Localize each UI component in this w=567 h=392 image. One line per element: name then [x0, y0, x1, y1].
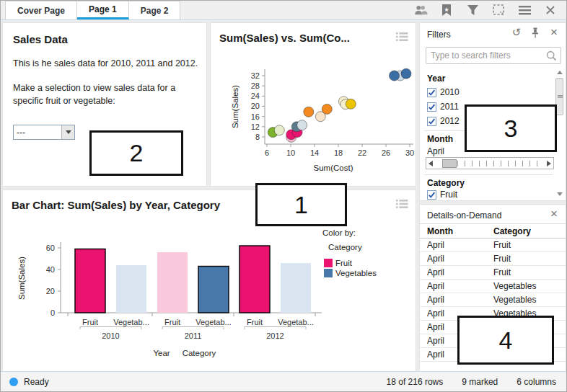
menu-icon[interactable] — [517, 4, 532, 17]
scatter-point[interactable] — [346, 99, 356, 109]
reset-filters-icon[interactable]: ↺ — [511, 26, 522, 39]
table-cell: April — [420, 254, 486, 264]
page-tabs: Cover Page Page 1 Page 2 — [1, 1, 180, 19]
scrollbar-grip — [558, 95, 563, 98]
filter-checkbox-2010[interactable]: 2010 — [427, 87, 460, 97]
checkbox-icon — [427, 117, 436, 126]
legend-field-label[interactable]: Category — [328, 243, 377, 251]
column-header-category[interactable]: Category — [486, 226, 553, 236]
scroll-down-icon[interactable] — [557, 192, 563, 196]
month-item-slider[interactable] — [426, 157, 554, 169]
filter-icon[interactable] — [465, 4, 480, 17]
page-tab-bar: Cover Page Page 1 Page 2 ★ — [1, 1, 566, 20]
bar[interactable] — [239, 246, 270, 313]
table-row[interactable]: AprilFruit — [420, 252, 566, 266]
svg-text:2012: 2012 — [266, 331, 284, 340]
table-row[interactable]: AprilVegetables — [420, 293, 566, 307]
close-icon[interactable] — [543, 4, 558, 17]
svg-text:Vegetab...: Vegetab... — [113, 318, 149, 326]
fruit-swatch — [324, 259, 333, 267]
column-header-month[interactable]: Month — [420, 226, 486, 236]
table-cell: April — [420, 240, 486, 250]
bar[interactable] — [198, 267, 229, 313]
checkbox-label: 2010 — [440, 87, 460, 97]
tab-page-1[interactable]: Page 1 — [77, 1, 129, 19]
filter-checkbox-2011[interactable]: 2011 — [427, 102, 459, 112]
slider-thumb[interactable] — [442, 159, 457, 168]
pin-icon[interactable] — [529, 26, 541, 39]
legend-item-vegetables[interactable]: Vegetables — [324, 269, 377, 277]
svg-text:Sum(Cost): Sum(Cost) — [314, 164, 353, 172]
tab-page-2[interactable]: Page 2 — [129, 1, 181, 19]
status-text: Ready — [24, 377, 49, 387]
checkbox-label: 2011 — [440, 102, 459, 112]
filter-search-box — [426, 47, 561, 64]
svg-text:Vegetab...: Vegetab... — [195, 318, 232, 326]
bar-chart[interactable]: 0204060FruitVegetab...FruitVegetab...Fru… — [3, 190, 416, 371]
svg-text:Fruit: Fruit — [82, 318, 98, 326]
close-filters-icon[interactable]: × — [548, 26, 560, 39]
slider-right-arrow-icon[interactable] — [547, 161, 551, 166]
svg-text:Sum(Sales): Sum(Sales) — [17, 257, 26, 300]
fruit-vegetable-dropdown[interactable]: --- — [13, 125, 75, 140]
dod-header: Details-on-Demand × — [420, 205, 566, 224]
users-icon[interactable] — [413, 4, 428, 17]
svg-text:Category: Category — [183, 349, 216, 357]
bar[interactable] — [116, 265, 146, 313]
svg-text:16: 16 — [251, 112, 260, 121]
table-cell: April — [420, 295, 486, 305]
svg-text:Sum(Sales): Sum(Sales) — [231, 85, 239, 128]
table-row[interactable]: AprilFruit — [420, 239, 566, 252]
scatter-point[interactable] — [304, 107, 314, 117]
svg-text:14: 14 — [310, 148, 319, 157]
close-dod-icon[interactable]: × — [548, 208, 560, 220]
filter-search-input[interactable] — [431, 48, 542, 63]
table-cell: April — [420, 281, 486, 291]
scroll-up-icon[interactable] — [557, 71, 563, 74]
filter-group-month-label: Month — [427, 134, 453, 144]
filters-title: Filters — [427, 30, 451, 40]
legend-color-by-label: Color by: — [322, 228, 377, 237]
dropdown-button[interactable] — [61, 125, 74, 139]
svg-text:Fruit: Fruit — [247, 318, 263, 326]
slider-left-arrow-icon[interactable] — [428, 161, 433, 166]
svg-text:2010: 2010 — [102, 331, 119, 340]
bar[interactable] — [75, 249, 105, 313]
filter-group-category-label: Category — [427, 178, 465, 188]
scatter-point[interactable] — [390, 71, 400, 81]
legend-item-fruit[interactable]: Fruit — [324, 259, 377, 267]
column-count-label: 6 columns — [517, 377, 556, 387]
scatter-point[interactable] — [322, 104, 332, 114]
scatter-point[interactable] — [274, 125, 284, 135]
filter-checkbox-fruit[interactable]: Fruit — [427, 190, 457, 200]
scatter-point[interactable] — [401, 68, 411, 79]
status-bar: Ready 18 of 216 rows 9 marked 6 columns — [1, 371, 566, 391]
filter-checkbox-2012[interactable]: 2012 — [427, 116, 460, 126]
search-icon — [546, 50, 557, 64]
marquee-select-icon[interactable] — [491, 4, 506, 17]
chevron-down-icon — [66, 130, 71, 134]
table-row[interactable]: AprilVegetables — [420, 280, 566, 293]
table-cell: Fruit — [486, 254, 553, 264]
scatter-point[interactable] — [297, 120, 307, 130]
bookmark-icon[interactable]: ★ — [439, 4, 454, 17]
status-indicator-dot — [9, 378, 18, 386]
svg-text:★: ★ — [444, 6, 449, 12]
dod-column-headers: Month Category — [420, 224, 566, 239]
checkbox-icon — [427, 190, 436, 200]
month-filter-value: April — [427, 146, 444, 156]
checkbox-icon — [427, 88, 436, 97]
bar[interactable] — [157, 252, 188, 313]
table-cell: Vegetables — [486, 295, 553, 305]
bar[interactable] — [281, 263, 311, 313]
checkbox-icon — [427, 102, 436, 112]
scatter-chart[interactable]: 81216202428326101418222630Sum(Cost)Sum(S… — [211, 23, 416, 186]
dod-title: Details-on-Demand — [427, 210, 501, 220]
table-row[interactable]: AprilFruit — [420, 266, 566, 280]
annotation-box-3: 3 — [465, 104, 557, 152]
divider — [424, 174, 553, 175]
svg-text:22: 22 — [358, 148, 366, 157]
scatter-plot-panel: Sum(Sales) vs. Sum(Co... 812162024283261… — [210, 22, 416, 187]
filter-group-year-label: Year — [427, 74, 445, 84]
tab-cover-page[interactable]: Cover Page — [5, 1, 77, 19]
